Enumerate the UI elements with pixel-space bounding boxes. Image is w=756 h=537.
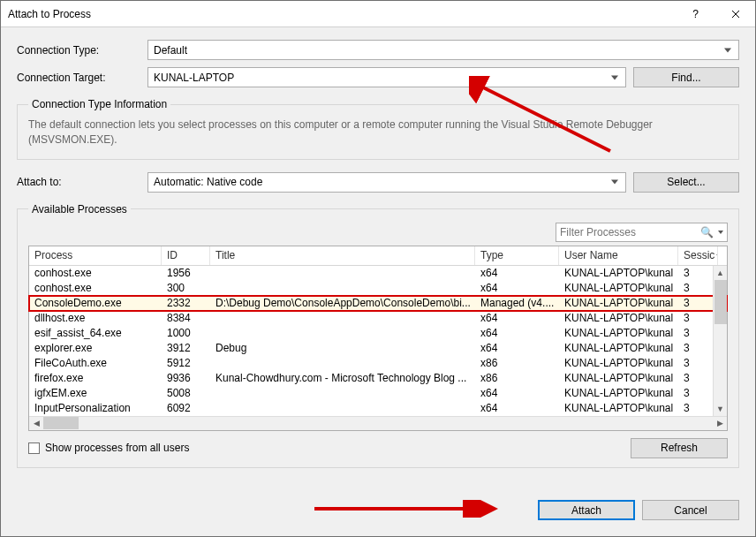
connection-type-select[interactable]: Default [147, 40, 739, 60]
cell: esif_assist_64.exe [29, 327, 162, 339]
find-button[interactable]: Find... [633, 67, 739, 87]
cell: Debug [210, 342, 475, 354]
available-processes-group: Available Processes 🔍 Process ID Title T… [17, 203, 739, 468]
cell: 9936 [162, 372, 210, 384]
attach-to-label: Attach to: [17, 176, 140, 188]
select-button[interactable]: Select... [633, 172, 739, 193]
cell: 300 [162, 282, 210, 294]
cell: firefox.exe [29, 372, 162, 384]
col-id[interactable]: ID [162, 246, 210, 265]
window-title: Attach to Process [1, 8, 676, 20]
sort-asc-icon: ^ [716, 249, 718, 261]
attach-to-field[interactable]: Automatic: Native code [147, 172, 626, 193]
table-row[interactable]: conhost.exe1956x64KUNAL-LAPTOP\kunal3 [29, 266, 727, 281]
cell: x64 [475, 327, 559, 339]
table-row[interactable]: ConsoleDemo.exe2332D:\Debug Demo\Console… [29, 296, 727, 311]
cell: 6092 [162, 402, 210, 414]
show-all-checkbox[interactable]: Show processes from all users [28, 442, 189, 454]
show-all-label: Show processes from all users [45, 442, 189, 454]
scroll-thumb-v[interactable] [714, 280, 727, 324]
cell: 1956 [162, 267, 210, 279]
table-row[interactable]: conhost.exe300x64KUNAL-LAPTOP\kunal3 [29, 281, 727, 296]
connection-target-value: KUNAL-LAPTOP [154, 72, 234, 84]
scroll-right-icon[interactable]: ▶ [713, 416, 727, 430]
cell: 5008 [162, 387, 210, 399]
attach-to-value: Automatic: Native code [154, 176, 262, 188]
attach-button[interactable]: Attach [538, 500, 635, 520]
table-row[interactable]: FileCoAuth.exe5912x86KUNAL-LAPTOP\kunal3 [29, 356, 727, 371]
cell: KUNAL-LAPTOP\kunal [559, 327, 678, 339]
close-button[interactable] [715, 1, 755, 27]
connection-type-label: Connection Type: [17, 44, 140, 57]
scroll-thumb-h[interactable] [43, 417, 79, 429]
cell: x64 [475, 312, 559, 324]
filter-processes-text[interactable] [560, 226, 699, 238]
cell: x86 [475, 372, 559, 384]
cell: x64 [475, 342, 559, 354]
connection-type-info-text: The default connection lets you select p… [28, 117, 728, 148]
col-type[interactable]: Type [475, 246, 559, 265]
cell: igfxEM.exe [29, 387, 162, 399]
connection-type-info-group: Connection Type Information The default … [17, 98, 739, 160]
attach-button-label: Attach [571, 504, 601, 517]
cell: KUNAL-LAPTOP\kunal [559, 267, 678, 279]
search-icon: 🔍 [699, 226, 715, 238]
horizontal-scrollbar[interactable]: ◀ ▶ [29, 416, 727, 430]
cell: explorer.exe [29, 342, 162, 354]
cell: x64 [475, 267, 559, 279]
process-list[interactable]: Process ID Title Type User Name Sessic^ … [28, 246, 728, 431]
cell: x64 [475, 387, 559, 399]
cell: KUNAL-LAPTOP\kunal [559, 372, 678, 384]
table-row[interactable]: explorer.exe3912Debugx64KUNAL-LAPTOP\kun… [29, 341, 727, 356]
cell: x86 [475, 357, 559, 369]
process-list-header: Process ID Title Type User Name Sessic^ [29, 246, 727, 266]
cell: conhost.exe [29, 282, 162, 294]
connection-target-select[interactable]: KUNAL-LAPTOP [147, 67, 626, 87]
cell: D:\Debug Demo\ConsoleAppDemo\ConsoleDemo… [210, 297, 475, 309]
table-row[interactable]: firefox.exe9936Kunal-Chowdhury.com - Mic… [29, 371, 727, 386]
process-rows: conhost.exe1956x64KUNAL-LAPTOP\kunal3con… [29, 266, 727, 416]
filter-processes-input[interactable]: 🔍 [556, 223, 728, 242]
cell: 3912 [162, 342, 210, 354]
titlebar: Attach to Process ? [1, 1, 755, 27]
find-button-label: Find... [671, 72, 700, 84]
cell: 8384 [162, 312, 210, 324]
available-processes-legend: Available Processes [28, 203, 131, 216]
cell: 2332 [162, 297, 210, 309]
help-button[interactable]: ? [676, 1, 715, 27]
cell: KUNAL-LAPTOP\kunal [559, 342, 678, 354]
cell: 5912 [162, 357, 210, 369]
col-user[interactable]: User Name [559, 246, 678, 265]
refresh-button-label: Refresh [661, 442, 698, 454]
cell: Managed (v4.... [475, 297, 559, 309]
vertical-scrollbar[interactable]: ▲ ▼ [713, 266, 727, 416]
cell: InputPersonalization [29, 402, 162, 414]
chevron-down-icon [718, 231, 723, 234]
col-title[interactable]: Title [210, 246, 475, 265]
cancel-button-label: Cancel [674, 504, 707, 517]
cell: dllhost.exe [29, 312, 162, 324]
scroll-up-icon[interactable]: ▲ [714, 266, 728, 280]
cell: KUNAL-LAPTOP\kunal [559, 402, 678, 414]
cell: Kunal-Chowdhury.com - Microsoft Technolo… [210, 372, 475, 384]
cell: KUNAL-LAPTOP\kunal [559, 282, 678, 294]
col-session[interactable]: Sessic^ [678, 246, 718, 265]
cell: KUNAL-LAPTOP\kunal [559, 312, 678, 324]
cell: x64 [475, 282, 559, 294]
connection-type-info-legend: Connection Type Information [28, 98, 170, 110]
cancel-button[interactable]: Cancel [642, 500, 739, 520]
table-row[interactable]: esif_assist_64.exe1000x64KUNAL-LAPTOP\ku… [29, 326, 727, 341]
refresh-button[interactable]: Refresh [631, 438, 728, 458]
cell: ConsoleDemo.exe [29, 297, 162, 309]
table-row[interactable]: InputPersonalization6092x64KUNAL-LAPTOP\… [29, 401, 727, 416]
dialog-footer: Attach Cancel [17, 482, 739, 520]
close-icon [731, 10, 740, 19]
table-row[interactable]: dllhost.exe8384x64KUNAL-LAPTOP\kunal3 [29, 311, 727, 326]
checkbox-icon [28, 442, 40, 454]
connection-type-value: Default [154, 44, 187, 57]
col-process[interactable]: Process [29, 246, 162, 265]
cell: x64 [475, 402, 559, 414]
scroll-down-icon[interactable]: ▼ [714, 402, 728, 416]
table-row[interactable]: igfxEM.exe5008x64KUNAL-LAPTOP\kunal3 [29, 386, 727, 401]
scroll-left-icon[interactable]: ◀ [29, 416, 43, 430]
